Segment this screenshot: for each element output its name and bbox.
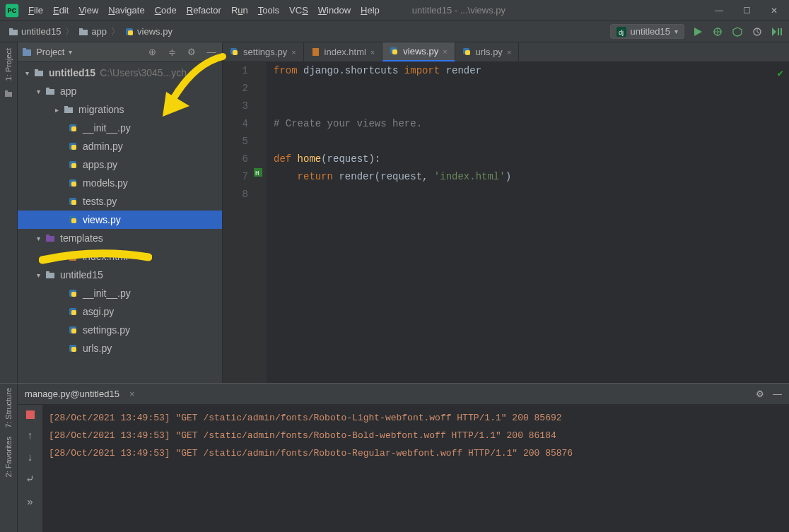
tree-file-index-html[interactable]: H index.html (18, 247, 222, 266)
menu-refactor[interactable]: Refactor (182, 3, 226, 18)
stop-button[interactable] (26, 410, 35, 419)
tree-folder-migrations[interactable]: ▸ migrations (18, 100, 222, 119)
close-tab-icon[interactable]: × (291, 48, 296, 57)
tab-label: urls.py (476, 47, 503, 57)
menu-help[interactable]: Help (356, 3, 384, 18)
tree-file-apps[interactable]: apps.py (18, 155, 222, 174)
close-window-button[interactable]: ✕ (771, 6, 778, 16)
close-run-tab-icon[interactable]: × (129, 389, 135, 399)
menu-vcs[interactable]: VCS (285, 3, 312, 18)
settings-icon[interactable]: ⚙ (185, 46, 198, 59)
run-console[interactable]: [28/Oct/2021 13:49:53] "GET /static/admi… (43, 405, 789, 532)
project-tool-window: Project ▾ ⊕ ≑ ⚙ — ▾ untitled15 C:\Users\… (18, 42, 223, 383)
locate-icon[interactable]: ⊕ (146, 46, 158, 59)
code-editor[interactable]: 1 2 3 4 5 6 7 8 H from django.shortcuts … (223, 62, 789, 383)
chevron-down-icon: ▾ (33, 235, 43, 242)
more-icon[interactable]: » (27, 495, 33, 507)
tree-label: views.py (83, 214, 121, 225)
maximize-button[interactable]: ☐ (743, 6, 751, 16)
breadcrumb-pkg[interactable]: app (76, 26, 110, 37)
svg-rect-3 (9, 30, 18, 35)
tree-root[interactable]: ▾ untitled15 C:\Users\3045...ych (18, 64, 222, 82)
project-tool-button[interactable]: 1: Project (4, 42, 13, 86)
tab-urls[interactable]: urls.py × (455, 42, 520, 61)
coverage-button[interactable] (731, 25, 744, 38)
structure-tool-button[interactable]: 7: Structure (4, 384, 13, 432)
svg-rect-18 (781, 28, 782, 35)
run-anything-icon[interactable] (771, 25, 783, 38)
tree-file-admin[interactable]: admin.py (18, 137, 222, 155)
run-button[interactable] (691, 25, 704, 38)
svg-rect-21 (23, 49, 31, 56)
menu-file[interactable]: FFileile (24, 3, 47, 18)
svg-text:PC: PC (8, 6, 17, 13)
project-panel-title: Project (36, 47, 64, 57)
svg-rect-6 (79, 28, 83, 30)
tree-file-asgi[interactable]: asgi.py (18, 302, 222, 321)
menu-run[interactable]: Run (227, 3, 252, 18)
chevron-right-icon: ▸ (52, 106, 62, 114)
menu-window[interactable]: Window (314, 3, 355, 18)
svg-rect-19 (5, 92, 12, 97)
breadcrumb-file[interactable]: views.py (122, 26, 175, 37)
python-file-icon (390, 47, 399, 56)
tab-label: views.py (403, 46, 438, 57)
code-content[interactable]: from django.shortcuts import render # Cr… (267, 62, 789, 383)
expand-all-icon[interactable]: ≑ (165, 46, 178, 59)
menu-view[interactable]: View (74, 3, 103, 18)
svg-rect-26 (46, 88, 49, 90)
hide-run-panel-icon[interactable]: — (773, 389, 782, 399)
run-tool-window: 7: Structure 2: Favorites manage.py@unti… (0, 383, 789, 532)
tree-file-init2[interactable]: __init__.py (18, 284, 222, 302)
debug-button[interactable] (711, 25, 724, 38)
menu-edit[interactable]: Edit (49, 3, 73, 18)
project-tree[interactable]: ▾ untitled15 C:\Users\3045...ych ▾ app ▸… (18, 62, 222, 383)
close-tab-icon[interactable]: × (443, 47, 447, 56)
hide-panel-icon[interactable]: — (205, 46, 218, 59)
tree-file-urls[interactable]: urls.py (18, 339, 222, 357)
inspection-ok-icon[interactable]: ✔ (778, 65, 783, 83)
svg-text:H: H (255, 170, 259, 177)
run-tab[interactable]: manage.py@untitled15 (25, 389, 119, 399)
tree-label: admin.py (83, 141, 123, 152)
tree-label: index.html (83, 251, 128, 262)
tree-folder-app[interactable]: ▾ app (18, 82, 222, 100)
favorites-tool-button[interactable]: 2: Favorites (4, 432, 13, 481)
profile-button[interactable] (751, 25, 764, 38)
tree-root-label: untitled15 (49, 67, 95, 78)
menu-code[interactable]: Code (151, 3, 181, 18)
menu-navigate[interactable]: Navigate (104, 3, 148, 18)
scroll-up-icon[interactable]: ↑ (28, 429, 33, 441)
template-gutter-icon[interactable]: H (254, 168, 267, 177)
close-tab-icon[interactable]: × (507, 48, 511, 57)
scroll-down-icon[interactable]: ↓ (28, 451, 33, 463)
tree-folder-templates[interactable]: ▾ templates (18, 229, 222, 247)
menu-tools[interactable]: Tools (254, 3, 284, 18)
tree-file-init[interactable]: __init__.py (18, 119, 222, 137)
breadcrumb-root[interactable]: untitled15 (6, 26, 64, 37)
project-view-dropdown[interactable]: Project ▾ (22, 47, 72, 57)
soft-wrap-icon[interactable]: ⤶ (25, 473, 35, 485)
tab-settings[interactable]: settings.py × (223, 42, 304, 61)
tree-file-models[interactable]: models.py (18, 174, 222, 192)
python-file-icon (124, 27, 134, 37)
minimize-button[interactable]: — (715, 6, 723, 16)
svg-rect-50 (71, 310, 76, 315)
python-file-icon (67, 177, 78, 189)
tree-file-tests[interactable]: tests.py (18, 192, 222, 211)
left-tool-stripe: 1: Project (0, 42, 18, 383)
run-settings-icon[interactable]: ⚙ (756, 389, 764, 399)
svg-rect-52 (71, 329, 76, 333)
svg-rect-59 (392, 49, 397, 54)
commit-tool-icon[interactable] (4, 89, 13, 99)
tab-views[interactable]: views.py × (382, 42, 455, 61)
tree-file-views[interactable]: views.py (18, 211, 222, 229)
tree-folder-project-pkg[interactable]: ▾ untitled15 (18, 266, 222, 284)
folder-icon (45, 85, 56, 97)
tab-index[interactable]: index.html × (304, 42, 383, 61)
close-tab-icon[interactable]: × (370, 48, 375, 57)
svg-rect-34 (71, 163, 76, 168)
run-configuration-dropdown[interactable]: dj untitled15 ▾ (610, 24, 684, 39)
tree-label: untitled15 (60, 269, 103, 280)
tree-file-settings[interactable]: settings.py (18, 321, 222, 339)
